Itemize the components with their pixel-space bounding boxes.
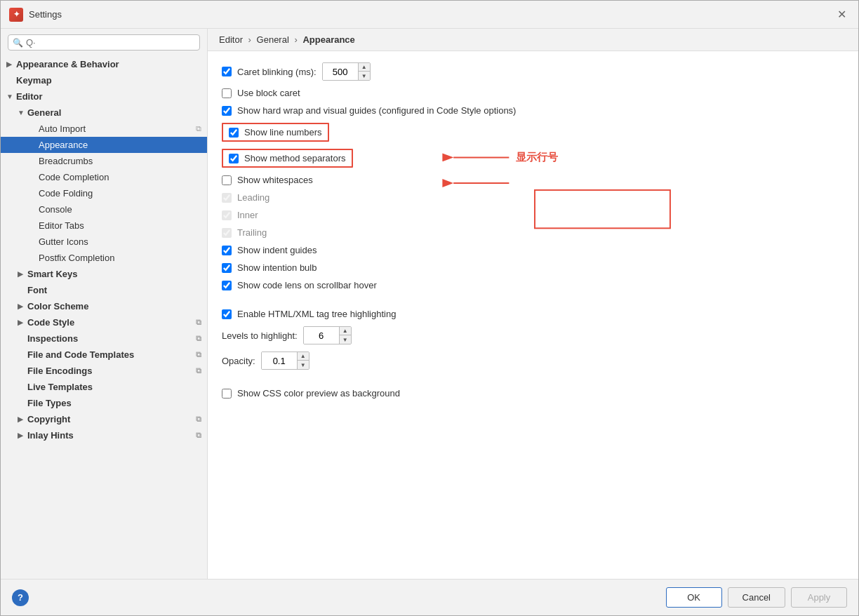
search-box[interactable]: 🔍 xyxy=(8,34,200,51)
sidebar-item-keymap[interactable]: Keymap xyxy=(1,72,207,88)
code-lens-label[interactable]: Show code lens on scrollbar hover xyxy=(222,280,377,290)
copy-icon: ⧉ xyxy=(196,350,201,359)
intention-bulb-label[interactable]: Show intention bulb xyxy=(222,262,317,273)
search-input[interactable] xyxy=(26,37,195,48)
sidebar-item-file-types[interactable]: File Types xyxy=(1,395,207,411)
caret-blinking-value[interactable]: 500 xyxy=(323,63,358,80)
caret-blinking-up[interactable]: ▲ xyxy=(359,63,370,72)
breadcrumb: Editor › General › Appearance xyxy=(208,29,858,51)
sidebar-item-label: Smart Keys xyxy=(27,269,78,279)
bottom-bar: ? OK Cancel Apply xyxy=(1,579,858,615)
block-caret-label[interactable]: Use block caret xyxy=(222,88,300,98)
expand-arrow: ▶ xyxy=(18,302,27,310)
sidebar-item-smart-keys[interactable]: ▶ Smart Keys xyxy=(1,266,207,282)
cancel-button[interactable]: Cancel xyxy=(728,587,785,608)
ok-button[interactable]: OK xyxy=(666,587,722,608)
opacity-buttons: ▲ ▼ xyxy=(297,352,309,369)
code-lens-row: Show code lens on scrollbar hover xyxy=(222,280,844,290)
line-numbers-checkbox[interactable] xyxy=(229,128,239,138)
apply-button[interactable]: Apply xyxy=(791,587,847,608)
block-caret-checkbox[interactable] xyxy=(222,88,232,98)
opacity-spinner[interactable]: 0.1 ▲ ▼ xyxy=(261,351,309,370)
expand-arrow xyxy=(29,206,39,213)
caret-blinking-down[interactable]: ▼ xyxy=(359,72,370,80)
levels-value[interactable]: 6 xyxy=(304,327,339,344)
code-lens-checkbox[interactable] xyxy=(222,281,232,290)
sidebar-item-code-completion[interactable]: Code Completion xyxy=(1,169,207,185)
expand-arrow xyxy=(18,351,27,359)
sidebar-item-label: Console xyxy=(39,204,72,215)
opacity-value[interactable]: 0.1 xyxy=(262,352,297,369)
titlebar: ✦ Settings ✕ xyxy=(1,1,858,29)
html-xml-label[interactable]: Enable HTML/XML tag tree highlighting xyxy=(222,309,396,319)
trailing-label: Trailing xyxy=(222,227,267,238)
sidebar-item-postfix-completion[interactable]: Postfix Completion xyxy=(1,250,207,266)
expand-arrow xyxy=(29,238,39,246)
method-separators-checkbox[interactable] xyxy=(229,154,239,163)
sidebar-item-editor[interactable]: ▼ Editor xyxy=(1,88,207,105)
whitespaces-label[interactable]: Show whitespaces xyxy=(222,175,313,185)
css-color-row: Show CSS color preview as background xyxy=(222,388,844,399)
sidebar-item-breadcrumbs[interactable]: Breadcrumbs xyxy=(1,153,207,169)
intention-bulb-checkbox[interactable] xyxy=(222,263,232,273)
sidebar-item-file-encodings[interactable]: File Encodings ⧉ xyxy=(1,363,207,379)
caret-blinking-row: Caret blinking (ms): 500 ▲ ▼ xyxy=(222,62,844,81)
sidebar-item-general[interactable]: ▼ General xyxy=(1,105,207,121)
close-button[interactable]: ✕ xyxy=(833,6,850,23)
sidebar-item-appearance-behavior[interactable]: ▶ Appearance & Behavior xyxy=(1,56,207,72)
sidebar-item-editor-tabs[interactable]: Editor Tabs xyxy=(1,217,207,234)
css-color-label[interactable]: Show CSS color preview as background xyxy=(222,388,400,399)
caret-blinking-input[interactable]: 500 ▲ ▼ xyxy=(322,62,371,81)
sidebar-item-font[interactable]: Font xyxy=(1,282,207,298)
sidebar-item-copyright[interactable]: ▶ Copyright ⧉ xyxy=(1,411,207,427)
copy-icon: ⧉ xyxy=(196,124,201,133)
levels-buttons: ▲ ▼ xyxy=(339,327,351,344)
content-area: 🔍 ▶ Appearance & Behavior Keymap ▼ Edito… xyxy=(1,29,858,579)
levels-up[interactable]: ▲ xyxy=(340,327,351,335)
expand-arrow xyxy=(18,383,27,391)
sidebar-item-code-folding[interactable]: Code Folding xyxy=(1,185,207,201)
levels-down[interactable]: ▼ xyxy=(340,335,351,344)
indent-guides-text: Show indent guides xyxy=(237,245,317,255)
sidebar-item-code-style[interactable]: ▶ Code Style ⧉ xyxy=(1,314,207,330)
expand-arrow xyxy=(18,399,27,407)
hard-wrap-checkbox[interactable] xyxy=(222,106,232,116)
sidebar-item-label: Gutter Icons xyxy=(39,236,88,247)
hard-wrap-label[interactable]: Show hard wrap and visual guides (config… xyxy=(222,105,516,116)
line-numbers-text: Show line numbers xyxy=(244,127,322,138)
expand-arrow xyxy=(6,76,16,84)
indent-guides-checkbox[interactable] xyxy=(222,246,232,255)
sidebar: 🔍 ▶ Appearance & Behavior Keymap ▼ Edito… xyxy=(1,29,208,579)
sidebar-item-inlay-hints[interactable]: ▶ Inlay Hints ⧉ xyxy=(1,427,207,443)
caret-blinking-label[interactable]: Caret blinking (ms): xyxy=(222,67,317,77)
leading-checkbox[interactable] xyxy=(222,193,232,203)
window-title: Settings xyxy=(29,9,833,20)
line-numbers-row: Show line numbers xyxy=(222,123,844,142)
sidebar-item-file-code-templates[interactable]: File and Code Templates ⧉ xyxy=(1,347,207,363)
html-xml-checkbox[interactable] xyxy=(222,309,232,319)
css-color-checkbox[interactable] xyxy=(222,389,232,399)
sidebar-item-console[interactable]: Console xyxy=(1,201,207,217)
sidebar-item-appearance[interactable]: Appearance xyxy=(1,137,207,153)
line-numbers-label[interactable]: Show line numbers xyxy=(229,127,322,138)
levels-spinner[interactable]: 6 ▲ ▼ xyxy=(303,326,352,344)
trailing-checkbox[interactable] xyxy=(222,228,232,238)
breadcrumb-sep1: › xyxy=(248,34,251,45)
sidebar-item-live-templates[interactable]: Live Templates xyxy=(1,379,207,395)
help-button[interactable]: ? xyxy=(12,589,29,606)
whitespaces-checkbox[interactable] xyxy=(222,175,232,185)
sidebar-item-auto-import[interactable]: Auto Import ⧉ xyxy=(1,121,207,137)
sidebar-item-color-scheme[interactable]: ▶ Color Scheme xyxy=(1,298,207,314)
method-separators-label[interactable]: Show method separators xyxy=(229,153,346,163)
sidebar-item-label: Appearance & Behavior xyxy=(16,59,119,69)
sidebar-item-gutter-icons[interactable]: Gutter Icons xyxy=(1,234,207,250)
copy-icon: ⧉ xyxy=(196,415,201,424)
caret-blinking-text: Caret blinking (ms): xyxy=(237,67,317,77)
caret-blinking-checkbox[interactable] xyxy=(222,67,232,76)
indent-guides-label[interactable]: Show indent guides xyxy=(222,245,317,255)
opacity-down[interactable]: ▼ xyxy=(298,361,309,369)
opacity-up[interactable]: ▲ xyxy=(298,352,309,361)
sidebar-item-label: File and Code Templates xyxy=(27,349,134,360)
sidebar-item-inspections[interactable]: Inspections ⧉ xyxy=(1,330,207,347)
inner-checkbox[interactable] xyxy=(222,210,232,220)
